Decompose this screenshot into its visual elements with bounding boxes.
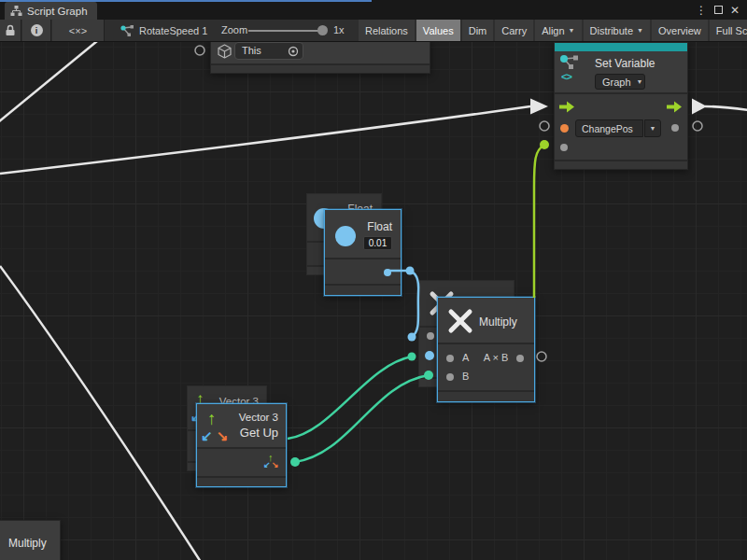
up-arrow-icon: ↑: [207, 410, 217, 427]
variable-scope-dropdown[interactable]: Graph ▼: [595, 74, 645, 90]
output-port[interactable]: [671, 124, 679, 132]
carry-button[interactable]: Carry: [495, 20, 533, 41]
multiply-icon: [445, 306, 475, 336]
variable-name-dropdown[interactable]: ▼: [644, 119, 661, 137]
down-left-arrow-icon: ↙: [201, 428, 213, 442]
chevron-down-icon: ▼: [569, 27, 575, 34]
node-title: Float: [367, 220, 392, 233]
zoom-slider-handle[interactable]: [317, 25, 328, 35]
tab-title: Script Graph: [27, 6, 88, 17]
fullscreen-button[interactable]: Full Screen: [710, 20, 747, 41]
node-title: Vector 3: [239, 412, 278, 423]
distribute-button[interactable]: Distribute ▼: [584, 20, 650, 41]
focus-highlight-line: [0, 0, 372, 2]
code-brackets-icon: <>: [561, 71, 571, 82]
output-label: A × B: [479, 352, 513, 363]
node-subtitle: Get Up: [240, 426, 278, 440]
align-button[interactable]: Align ▼: [535, 20, 581, 41]
input-b-port[interactable]: [446, 373, 454, 381]
close-icon[interactable]: ✕: [726, 4, 743, 17]
object-picker-icon[interactable]: [288, 46, 299, 57]
node-title: Multiply: [479, 315, 517, 329]
overview-button[interactable]: Overview: [652, 20, 708, 41]
flow-in-port-icon[interactable]: [559, 101, 575, 113]
breadcrumb-label: RotateSpeed 1: [139, 25, 207, 36]
input-a-label: A: [462, 352, 469, 363]
tab-script-graph[interactable]: Script Graph: [5, 2, 97, 20]
cube-icon: [217, 44, 233, 60]
output-port[interactable]: [516, 355, 524, 362]
input-a-port[interactable]: [446, 355, 454, 362]
set-variable-header-bar: [555, 43, 687, 51]
node-title: Set Variable: [595, 57, 655, 70]
tab-bar: Script Graph ⋮ ✕: [0, 0, 747, 20]
get-up-node[interactable]: ↑ ↙ ↘ Vector 3 Get Up ↑ ↙ ↘: [196, 403, 287, 487]
script-graph-icon: [10, 5, 22, 17]
script-graph-window: Float Multiply ↑ ↙ Vector 3: [0, 0, 747, 560]
graph-variable-icon: [558, 54, 586, 70]
corner-multiply-node[interactable]: Multiply: [0, 520, 61, 560]
maximize-icon[interactable]: [710, 4, 726, 17]
info-icon: i: [31, 24, 43, 36]
values-button[interactable]: Values: [416, 20, 460, 41]
graph-toolbar: i <×> RotateSpeed 1 Zoom 1x Relations Va…: [0, 20, 747, 42]
inspect-button[interactable]: i: [22, 20, 51, 41]
input-b-label: B: [462, 371, 469, 382]
float-value-field[interactable]: 0.01: [363, 236, 392, 250]
zoom-label: Zoom: [221, 24, 247, 35]
chevron-down-icon: ▼: [650, 125, 656, 132]
zoom-slider-track[interactable]: [248, 30, 327, 32]
flow-out-port-icon[interactable]: [667, 101, 683, 113]
code-view-button[interactable]: <×>: [52, 20, 105, 41]
this-object-field[interactable]: This: [234, 42, 303, 60]
variable-port[interactable]: [560, 124, 569, 133]
lock-button[interactable]: [0, 20, 21, 41]
vector3-output-port[interactable]: ↑ ↙ ↘: [263, 453, 280, 471]
this-node[interactable]: This: [210, 39, 430, 74]
relations-button[interactable]: Relations: [359, 20, 415, 41]
float-output-port[interactable]: [384, 269, 391, 276]
down-right-arrow-icon: ↘: [217, 428, 229, 442]
graph-icon: [120, 24, 134, 37]
float-type-icon: [335, 226, 356, 246]
lock-icon: [5, 24, 16, 36]
object-field-value: This: [242, 45, 261, 56]
menu-icon[interactable]: ⋮: [693, 4, 710, 17]
set-variable-node[interactable]: <> Set Variable Graph ▼ ChangePos ▼: [554, 42, 688, 170]
chevron-down-icon: ▼: [637, 78, 643, 85]
graph-breadcrumb[interactable]: RotateSpeed 1: [120, 20, 207, 41]
chevron-down-icon: ▼: [637, 27, 643, 34]
dim-button[interactable]: Dim: [462, 20, 494, 41]
float-node[interactable]: Float 0.01: [324, 209, 402, 296]
zoom-value: 1x: [333, 24, 345, 35]
code-view-icon: <×>: [69, 25, 87, 36]
multiply-node[interactable]: Multiply A A × B B: [437, 297, 535, 402]
toolbar-buttons: Relations Values Dim Carry Align ▼ Distr…: [359, 20, 747, 41]
variable-name-field[interactable]: ChangePos: [575, 119, 643, 137]
value-port[interactable]: [560, 144, 568, 151]
